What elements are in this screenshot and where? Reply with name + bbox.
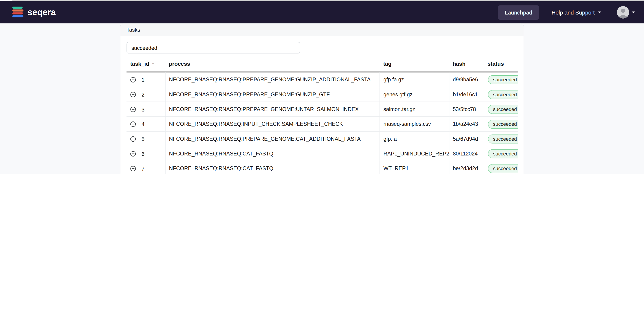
status-badge: succeeded	[488, 149, 518, 158]
tag-cell: RAP1_UNINDUCED_REP2	[380, 146, 449, 161]
task-id-value: 3	[142, 106, 144, 112]
process-cell: NFCORE_RNASEQ:RNASEQ:PREPARE_GENOME:UNTA…	[165, 102, 380, 117]
tag-cell: rnaseq-samples.csv	[380, 117, 449, 131]
status-badge: succeeded	[488, 119, 518, 129]
expand-row-icon[interactable]	[130, 166, 136, 171]
page-background: Tasks task_id↑ process tag hash	[0, 23, 644, 174]
table-row[interactable]: 2 NFCORE_RNASEQ:RNASEQ:PREPARE_GENOME:GU…	[126, 87, 518, 102]
table-row[interactable]: 1 NFCORE_RNASEQ:RNASEQ:PREPARE_GENOME:GU…	[126, 72, 518, 87]
tasks-table-body: 1 NFCORE_RNASEQ:RNASEQ:PREPARE_GENOME:GU…	[126, 72, 518, 174]
column-header-status[interactable]: status	[484, 59, 518, 72]
app-window: seqera Launchpad Help and Support Tasks	[0, 0, 644, 174]
task-id-value: 1	[142, 77, 144, 83]
chevron-down-icon	[598, 12, 602, 13]
status-badge: succeeded	[488, 90, 518, 99]
column-header-tag[interactable]: tag	[380, 59, 449, 72]
seqera-logo-icon	[12, 7, 23, 18]
tasks-table-header-row: task_id↑ process tag hash status	[126, 59, 518, 72]
hash-cell: 1b/a24e43	[449, 117, 484, 131]
help-and-support-menu[interactable]: Help and Support	[552, 9, 602, 16]
hash-cell: 53/5fcc78	[449, 102, 484, 117]
launchpad-button[interactable]: Launchpad	[498, 5, 539, 20]
top-navbar: seqera Launchpad Help and Support	[0, 1, 644, 23]
chevron-down-icon	[632, 12, 635, 13]
process-cell: NFCORE_RNASEQ:RNASEQ:PREPARE_GENOME:CAT_…	[165, 131, 380, 146]
hash-cell: be/2d3d2d	[449, 161, 484, 174]
expand-row-icon[interactable]	[130, 77, 136, 83]
table-row[interactable]: 5 NFCORE_RNASEQ:RNASEQ:PREPARE_GENOME:CA…	[126, 131, 518, 146]
column-header-process[interactable]: process	[165, 59, 380, 72]
process-cell: NFCORE_RNASEQ:RNASEQ:PREPARE_GENOME:GUNZ…	[165, 87, 380, 102]
table-row[interactable]: 6 NFCORE_RNASEQ:RNASEQ:CAT_FASTQ RAP1_UN…	[126, 146, 518, 161]
brand-text: seqera	[28, 8, 56, 18]
process-cell: NFCORE_RNASEQ:RNASEQ:CAT_FASTQ	[165, 146, 380, 161]
tasks-title: Tasks	[126, 27, 140, 33]
column-header-task-id[interactable]: task_id↑	[126, 59, 165, 72]
avatar	[617, 6, 629, 18]
task-search-input[interactable]	[126, 42, 300, 54]
process-cell: NFCORE_RNASEQ:RNASEQ:PREPARE_GENOME:GUNZ…	[165, 72, 380, 87]
tasks-table: task_id↑ process tag hash status 1 NFCOR…	[126, 59, 518, 174]
hash-cell: b1/de16c1	[449, 87, 484, 102]
seqera-brand[interactable]: seqera	[12, 7, 56, 18]
status-badge: succeeded	[488, 134, 518, 143]
expand-row-icon[interactable]	[130, 136, 136, 142]
expand-row-icon[interactable]	[130, 121, 136, 127]
tasks-section-header: Tasks	[120, 24, 524, 36]
task-id-value: 6	[142, 151, 144, 157]
table-row[interactable]: 7 NFCORE_RNASEQ:RNASEQ:CAT_FASTQ WT_REP1…	[126, 161, 518, 174]
status-badge: succeeded	[488, 164, 518, 173]
user-menu[interactable]	[617, 6, 635, 18]
status-badge: succeeded	[488, 105, 518, 114]
tag-cell: WT_REP1	[380, 161, 449, 174]
table-row[interactable]: 3 NFCORE_RNASEQ:RNASEQ:PREPARE_GENOME:UN…	[126, 102, 518, 117]
task-id-value: 2	[142, 92, 144, 98]
process-cell: NFCORE_RNASEQ:RNASEQ:INPUT_CHECK:SAMPLES…	[165, 117, 380, 131]
task-id-value: 7	[142, 165, 144, 172]
column-header-hash[interactable]: hash	[449, 59, 484, 72]
status-badge: succeeded	[488, 75, 518, 84]
table-row[interactable]: 4 NFCORE_RNASEQ:RNASEQ:INPUT_CHECK:SAMPL…	[126, 117, 518, 131]
expand-row-icon[interactable]	[130, 92, 136, 97]
hash-cell: 80/112024	[449, 146, 484, 161]
task-id-value: 5	[142, 136, 144, 142]
task-id-value: 4	[142, 121, 144, 127]
tag-cell: gfp.fa	[380, 131, 449, 146]
hash-cell: 5a/67d94d	[449, 131, 484, 146]
process-cell: NFCORE_RNASEQ:RNASEQ:CAT_FASTQ	[165, 161, 380, 174]
tasks-card: Tasks task_id↑ process tag hash	[120, 23, 524, 174]
hash-cell: d9/9ba5e6	[449, 72, 484, 87]
tag-cell: gfp.fa.gz	[380, 72, 449, 87]
help-and-support-label: Help and Support	[552, 9, 595, 16]
sort-ascending-icon: ↑	[152, 61, 154, 67]
tag-cell: salmon.tar.gz	[380, 102, 449, 117]
tag-cell: genes.gtf.gz	[380, 87, 449, 102]
expand-row-icon[interactable]	[130, 151, 136, 157]
expand-row-icon[interactable]	[130, 107, 136, 112]
